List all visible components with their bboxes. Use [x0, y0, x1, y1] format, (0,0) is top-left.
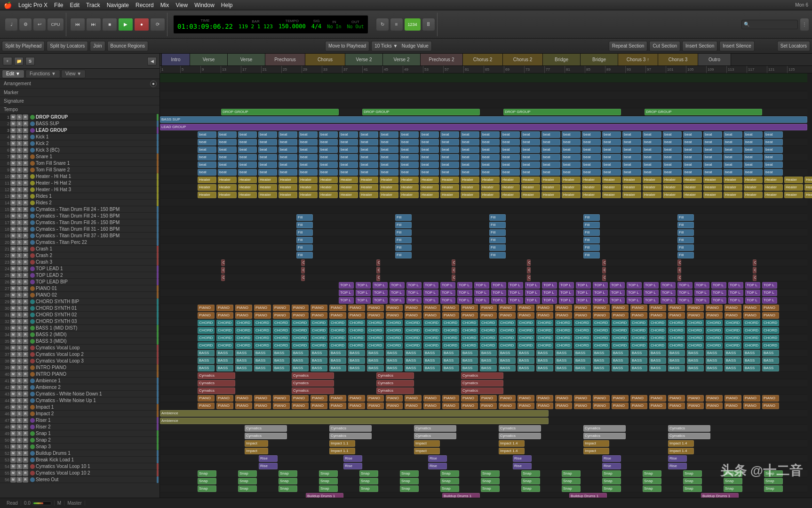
clip-block[interactable]: beat [764, 131, 783, 138]
clip-block[interactable]: Heater [299, 177, 318, 183]
clip-block[interactable]: Snap [440, 470, 459, 477]
mixer-button[interactable]: 🎚 [422, 18, 435, 31]
record-arm-btn[interactable]: R [23, 437, 28, 443]
clip-block[interactable]: beat [541, 131, 560, 138]
clip-block[interactable]: CHORD [687, 342, 704, 349]
clip-block[interactable]: beat [319, 139, 338, 145]
clip-block[interactable]: Heater [582, 184, 601, 191]
clip-block[interactable]: beat [258, 139, 277, 145]
clip-block[interactable]: beat [258, 161, 277, 168]
clip-block[interactable]: CHORD [254, 335, 271, 341]
clip-block[interactable]: Impact 1.4 [668, 448, 694, 454]
clip-block[interactable]: beat [319, 154, 338, 161]
clip-block[interactable]: beat [764, 169, 783, 176]
clip-block[interactable]: beat [359, 154, 378, 161]
clip-block[interactable]: Fill [677, 244, 694, 251]
solo-btn[interactable]: S [16, 332, 22, 338]
clip-block[interactable]: CHORD [423, 320, 440, 326]
clip-block[interactable]: PIANO [329, 395, 346, 402]
track-row[interactable]: 50 M S R Snap 2 [0, 437, 159, 443]
clip-block[interactable]: PIANO [480, 312, 497, 319]
clip-block[interactable]: CHORD [612, 342, 629, 349]
clip-block[interactable]: beat [481, 161, 500, 168]
clip-block[interactable]: beat [198, 131, 216, 138]
clip-block[interactable]: beat [562, 169, 581, 176]
clip-block[interactable]: beat [339, 169, 358, 176]
clip-block[interactable]: beat [218, 161, 237, 168]
menu-record[interactable]: Record [135, 2, 154, 8]
clip-block[interactable]: CHORD [386, 327, 403, 334]
clip-block[interactable]: BASS [216, 350, 233, 356]
clip-block[interactable]: Rise [668, 455, 687, 462]
clip-block[interactable]: beat [440, 161, 459, 168]
clip-block[interactable]: BASS [348, 365, 365, 371]
clip-block[interactable]: PIANO [743, 312, 760, 319]
track-row[interactable]: 38 M S R Cymatics Vocal Loop 3 [0, 358, 159, 364]
mute-btn[interactable]: M [10, 385, 16, 390]
clip-block[interactable]: BASS [423, 365, 440, 371]
clip-block[interactable]: Snap [643, 470, 661, 477]
solo-btn[interactable]: S [16, 437, 22, 443]
clip-block[interactable]: PIANO [198, 305, 215, 311]
clip-block[interactable]: Heater [541, 177, 560, 183]
clip-block[interactable]: Heater [683, 192, 702, 198]
clip-block[interactable]: TOP L [593, 297, 608, 304]
clip-block[interactable]: PIANO [216, 312, 233, 319]
clip-block[interactable]: PIANO [649, 395, 666, 402]
mute-btn[interactable]: M [10, 240, 16, 245]
clip-block[interactable]: Heater [521, 177, 540, 183]
clip-block[interactable]: Heater [481, 184, 500, 191]
clip-block[interactable]: Cymatics [329, 433, 372, 439]
clip-block[interactable]: beat [501, 161, 520, 168]
clip-block[interactable]: PIANO [367, 395, 384, 402]
solo-btn[interactable]: S [16, 187, 22, 193]
clip-block[interactable]: Heater [319, 177, 338, 183]
solo-btn[interactable]: S [16, 194, 22, 199]
clip-block[interactable]: Snap [359, 478, 378, 484]
record-arm-btn[interactable]: R [23, 444, 28, 450]
solo-btn[interactable]: S [16, 339, 22, 344]
clip-block[interactable]: PIANO [499, 395, 516, 402]
clip-block[interactable]: PIANO [310, 395, 327, 402]
clip-block[interactable]: beat [724, 169, 742, 176]
clip-block[interactable]: Heater [683, 184, 702, 191]
clip-block[interactable]: PIANO [329, 305, 346, 311]
track-row[interactable]: 21 M S R Crash 1 [0, 246, 159, 252]
mute-btn[interactable]: M [10, 339, 16, 344]
clip-block[interactable]: Fill [395, 222, 412, 228]
clip-block[interactable]: beat [279, 139, 297, 145]
clip-block[interactable]: Heater [420, 177, 439, 183]
clip-block[interactable]: beat [400, 161, 419, 168]
clip-block[interactable]: beat [521, 169, 540, 176]
clip-block[interactable]: PIANO [743, 305, 760, 311]
clip-block[interactable]: CHORD [329, 342, 346, 349]
clip-block[interactable]: CHORD [499, 320, 516, 326]
clip-block[interactable]: beat [481, 131, 500, 138]
section-marker[interactable]: Prechorus 2 [421, 54, 463, 65]
mute-btn[interactable]: M [10, 325, 16, 331]
clip-block[interactable]: beat [541, 146, 560, 153]
clip-block[interactable]: TOP L [508, 290, 523, 296]
clip-block[interactable]: CHORD [198, 320, 215, 326]
clip-block[interactable]: Snap [400, 478, 419, 484]
clip-block[interactable]: DROP GROUP [503, 109, 621, 115]
clip-block[interactable]: BASS [310, 357, 327, 364]
clip-block[interactable]: Snap [481, 478, 500, 484]
clip-block[interactable]: BASS [254, 357, 271, 364]
arrangement-lanes[interactable]: DROP GROUPDROP GROUPDROP GROUPDROP GROUP… [160, 73, 812, 498]
solo-btn[interactable]: S [16, 161, 22, 166]
clip-block[interactable]: beat [400, 154, 419, 161]
clip-block[interactable]: PIANO [480, 403, 497, 409]
clip-block[interactable]: BASS [329, 365, 346, 371]
clip-block[interactable]: BASS [273, 357, 290, 364]
clip-block[interactable]: Heater [420, 184, 439, 191]
track-row[interactable]: 34 M S R BASS 2 (MIDI) [0, 331, 159, 338]
clip-block[interactable]: PIANO [442, 312, 459, 319]
tempo-track[interactable]: Tempo [0, 105, 159, 114]
clip-block[interactable]: Fill [489, 237, 506, 243]
clip-block[interactable]: beat [724, 139, 742, 145]
solo-btn[interactable]: S [16, 411, 22, 417]
clip-block[interactable]: Impact 1.4 [499, 448, 525, 454]
clip-block[interactable]: beat [501, 131, 520, 138]
solo-btn[interactable]: S [16, 134, 22, 140]
